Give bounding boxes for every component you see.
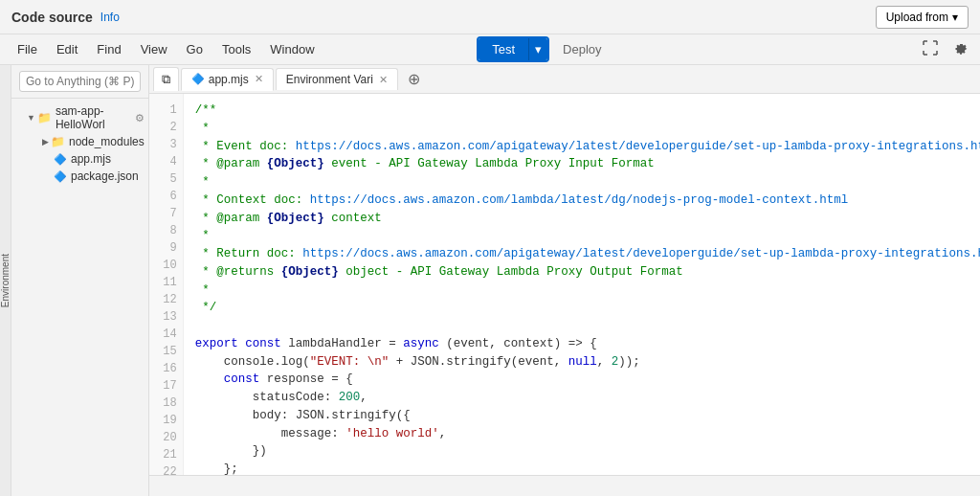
tab-bar: ⧉ 🔷 app.mjs ✕ Environment Vari ✕ ⊕ <box>149 65 980 94</box>
top-bar-left: Code source Info <box>11 10 120 25</box>
status-bar: 1:1 JavaScript Spaces: 2 <box>149 475 980 496</box>
tab-app-mjs[interactable]: 🔷 app.mjs ✕ <box>181 68 274 91</box>
editor-area: ⧉ 🔷 app.mjs ✕ Environment Vari ✕ ⊕ 12345… <box>149 65 980 496</box>
chevron-down-icon: ▼ <box>27 113 35 123</box>
upload-arrow-icon: ▾ <box>952 11 958 24</box>
menu-item-tools[interactable]: Tools <box>212 38 260 60</box>
tab-close-env[interactable]: ✕ <box>379 74 388 86</box>
tab-app-mjs-label: app.mjs <box>209 73 249 86</box>
environment-tab-label: Environment <box>0 254 11 307</box>
menu-item-view[interactable]: View <box>131 38 177 60</box>
tree-label-app-mjs: app.mjs <box>71 152 111 166</box>
menu-item-edit[interactable]: Edit <box>47 38 87 60</box>
environment-tab[interactable]: Environment <box>0 65 11 496</box>
menu-bar: File Edit Find View Go Tools Window Test… <box>0 34 980 65</box>
main-area: Environment ▼ 📁 sam-app-HelloWorl ⚙ ▶ 📁 … <box>0 65 980 496</box>
app-title: Code source <box>11 10 93 25</box>
folder-icon: 📁 <box>51 135 65 148</box>
menu-bar-left: File Edit Find View Go Tools Window <box>8 38 324 60</box>
tab-copy-icon[interactable]: ⧉ <box>153 67 179 91</box>
tab-add-button[interactable]: ⊕ <box>404 70 424 88</box>
test-button-group: Test ▾ <box>477 36 549 62</box>
menu-item-find[interactable]: Find <box>87 38 130 60</box>
tab-file-icon: 🔷 <box>191 73 205 85</box>
upload-button[interactable]: Upload from ▾ <box>876 6 969 29</box>
menu-item-go[interactable]: Go <box>177 38 212 60</box>
menu-item-file[interactable]: File <box>8 38 47 60</box>
chevron-right-icon: ▶ <box>42 137 49 147</box>
top-bar: Code source Info Upload from ▾ <box>0 0 980 34</box>
file-icon: 🔷 <box>54 170 67 183</box>
tab-env-label: Environment Vari <box>286 73 373 86</box>
test-button[interactable]: Test <box>479 38 528 60</box>
gear-icon[interactable]: ⚙ <box>135 112 145 124</box>
test-deploy-group: Test ▾ Deploy <box>477 36 614 62</box>
goto-anything-input[interactable] <box>19 71 141 92</box>
settings-button[interactable] <box>949 36 972 63</box>
file-icon: 🔷 <box>54 153 67 166</box>
folder-icon: 📁 <box>37 111 52 124</box>
info-badge[interactable]: Info <box>100 11 120 24</box>
tab-env-var[interactable]: Environment Vari ✕ <box>276 68 398 90</box>
tree-label-node-modules: node_modules <box>69 135 145 148</box>
code-content[interactable]: /** * * Event doc: https://docs.aws.amaz… <box>184 94 980 475</box>
tree-label-sam-app: sam-app-HelloWorl <box>56 104 131 131</box>
line-numbers: 12345 678910 1112131415 1617181920 21222… <box>149 94 184 475</box>
menu-bar-right <box>919 36 972 63</box>
file-tree: ▼ 📁 sam-app-HelloWorl ⚙ ▶ 📁 node_modules… <box>11 99 148 496</box>
menu-item-window[interactable]: Window <box>260 38 323 60</box>
test-dropdown-button[interactable]: ▾ <box>528 38 547 60</box>
deploy-button[interactable]: Deploy <box>549 38 614 60</box>
sidebar-search <box>11 65 148 99</box>
fullscreen-button[interactable] <box>919 36 942 63</box>
tree-item-app-mjs[interactable]: 🔷 app.mjs <box>11 150 148 168</box>
tree-item-sam-app[interactable]: ▼ 📁 sam-app-HelloWorl ⚙ <box>11 102 148 133</box>
tree-item-node-modules[interactable]: ▶ 📁 node_modules <box>11 133 148 150</box>
copy-icon: ⧉ <box>162 72 170 87</box>
code-editor: 12345 678910 1112131415 1617181920 21222… <box>149 94 980 475</box>
tab-close-app[interactable]: ✕ <box>255 73 263 85</box>
tree-item-package-json[interactable]: 🔷 package.json <box>11 168 148 185</box>
tree-label-package-json: package.json <box>71 169 139 183</box>
sidebar: ▼ 📁 sam-app-HelloWorl ⚙ ▶ 📁 node_modules… <box>11 65 149 496</box>
upload-label: Upload from <box>886 11 948 24</box>
